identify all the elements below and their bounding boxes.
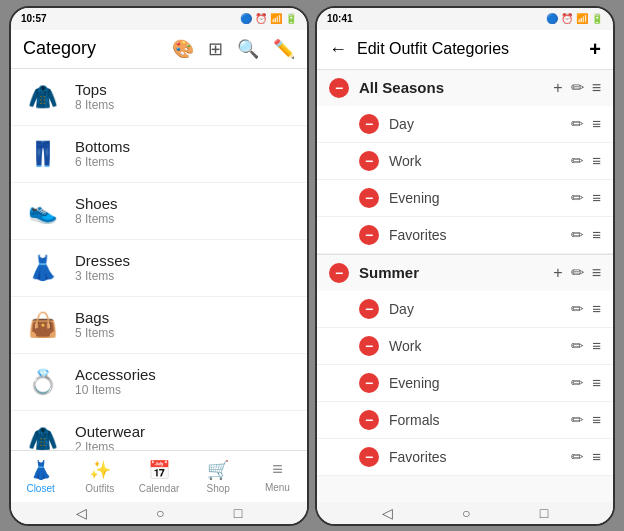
right-app-header: ← Edit Outfit Categories + [317, 30, 613, 70]
home-gesture-icon[interactable]: ○ [156, 505, 164, 521]
summer-formals-edit-icon[interactable]: ✏ [571, 411, 584, 429]
list-item[interactable]: 👗 Dresses 3 Items [11, 240, 307, 297]
work-remove-button[interactable]: − [359, 151, 379, 171]
all-seasons-edit-icon[interactable]: ✏ [571, 78, 584, 97]
left-header-title: Category [23, 38, 96, 59]
list-item[interactable]: 🧥 Tops 8 Items [11, 69, 307, 126]
nav-closet[interactable]: 👗 Closet [11, 451, 70, 502]
home-gesture-icon-r[interactable]: ○ [462, 505, 470, 521]
alarm-icon-r: ⏰ [561, 13, 573, 24]
summer-day-reorder-icon[interactable]: ≡ [592, 300, 601, 317]
add-category-button[interactable]: + [589, 38, 601, 61]
summer-favorites-edit-icon[interactable]: ✏ [571, 448, 584, 466]
left-home-bar: ◁ ○ □ [11, 502, 307, 524]
list-item[interactable]: 🧥 Outerwear 2 Items [11, 411, 307, 450]
item-label: Day [389, 301, 571, 317]
signal-icon-r: 📶 [576, 13, 588, 24]
back-button[interactable]: ← [329, 39, 347, 60]
summer-work-edit-icon[interactable]: ✏ [571, 337, 584, 355]
category-name: Dresses [75, 252, 130, 269]
list-item[interactable]: − Favorites ✏ ≡ [317, 439, 613, 476]
summer-day-actions: ✏ ≡ [571, 300, 601, 318]
summer-day-edit-icon[interactable]: ✏ [571, 300, 584, 318]
favorites-reorder-icon[interactable]: ≡ [592, 226, 601, 243]
edit-icon[interactable]: ✏️ [273, 38, 295, 60]
nav-outfits[interactable]: ✨ Outfits [70, 451, 129, 502]
favorites-actions: ✏ ≡ [571, 226, 601, 244]
favorites-remove-button[interactable]: − [359, 225, 379, 245]
search-icon[interactable]: 🔍 [237, 38, 259, 60]
left-status-bar: 10:57 🔵 ⏰ 📶 🔋 [11, 8, 307, 30]
summer-evening-edit-icon[interactable]: ✏ [571, 374, 584, 392]
summer-remove-button[interactable]: − [329, 263, 349, 283]
list-item[interactable]: 👖 Bottoms 6 Items [11, 126, 307, 183]
grid-icon[interactable]: ⊞ [208, 38, 223, 60]
summer-evening-reorder-icon[interactable]: ≡ [592, 374, 601, 391]
summer-day-remove-button[interactable]: − [359, 299, 379, 319]
nav-calendar-label: Calendar [139, 483, 180, 494]
all-seasons-add-icon[interactable]: + [553, 79, 562, 97]
item-label: Work [389, 153, 571, 169]
summer-formals-reorder-icon[interactable]: ≡ [592, 411, 601, 428]
evening-reorder-icon[interactable]: ≡ [592, 189, 601, 206]
list-item[interactable]: − Work ✏ ≡ [317, 328, 613, 365]
summer-label: Summer [359, 264, 553, 281]
list-item[interactable]: 👟 Shoes 8 Items [11, 183, 307, 240]
all-seasons-remove-button[interactable]: − [329, 78, 349, 98]
summer-actions: + ✏ ≡ [553, 263, 601, 282]
list-item[interactable]: − Work ✏ ≡ [317, 143, 613, 180]
category-count: 8 Items [75, 98, 114, 112]
back-gesture-icon[interactable]: ◁ [76, 505, 87, 521]
all-seasons-label: All Seasons [359, 79, 553, 96]
nav-shop[interactable]: 🛒 Shop [189, 451, 248, 502]
day-reorder-icon[interactable]: ≡ [592, 115, 601, 132]
summer-formals-remove-button[interactable]: − [359, 410, 379, 430]
summer-reorder-icon[interactable]: ≡ [592, 264, 601, 282]
day-remove-button[interactable]: − [359, 114, 379, 134]
all-seasons-reorder-icon[interactable]: ≡ [592, 79, 601, 97]
nav-menu[interactable]: ≡ Menu [248, 451, 307, 502]
category-count: 10 Items [75, 383, 156, 397]
summer-work-remove-button[interactable]: − [359, 336, 379, 356]
nav-calendar[interactable]: 📅 Calendar [129, 451, 188, 502]
summer-favorites-reorder-icon[interactable]: ≡ [592, 448, 601, 465]
list-item[interactable]: − Day ✏ ≡ [317, 106, 613, 143]
summer-formals-actions: ✏ ≡ [571, 411, 601, 429]
item-label: Favorites [389, 449, 571, 465]
summer-add-icon[interactable]: + [553, 264, 562, 282]
recents-gesture-icon[interactable]: □ [234, 505, 242, 521]
work-edit-icon[interactable]: ✏ [571, 152, 584, 170]
bottom-nav: 👗 Closet ✨ Outfits 📅 Calendar 🛒 Shop ≡ M… [11, 450, 307, 502]
list-item[interactable]: − Evening ✏ ≡ [317, 180, 613, 217]
left-app-header: Category 🎨 ⊞ 🔍 ✏️ [11, 30, 307, 69]
recents-gesture-icon-r[interactable]: □ [540, 505, 548, 521]
work-actions: ✏ ≡ [571, 152, 601, 170]
left-time: 10:57 [21, 13, 47, 24]
list-item[interactable]: − Day ✏ ≡ [317, 291, 613, 328]
summer-edit-icon[interactable]: ✏ [571, 263, 584, 282]
evening-remove-button[interactable]: − [359, 188, 379, 208]
category-count: 8 Items [75, 212, 118, 226]
category-name: Bottoms [75, 138, 130, 155]
category-count: 5 Items [75, 326, 114, 340]
summer-favorites-remove-button[interactable]: − [359, 447, 379, 467]
summer-work-reorder-icon[interactable]: ≡ [592, 337, 601, 354]
work-reorder-icon[interactable]: ≡ [592, 152, 601, 169]
favorites-edit-icon[interactable]: ✏ [571, 226, 584, 244]
day-edit-icon[interactable]: ✏ [571, 115, 584, 133]
list-item[interactable]: 👜 Bags 5 Items [11, 297, 307, 354]
right-phone: 10:41 🔵 ⏰ 📶 🔋 ← Edit Outfit Categories +… [315, 6, 615, 526]
list-item[interactable]: − Formals ✏ ≡ [317, 402, 613, 439]
shoes-icon: 👟 [23, 191, 63, 231]
summer-evening-remove-button[interactable]: − [359, 373, 379, 393]
category-count: 6 Items [75, 155, 130, 169]
palette-icon[interactable]: 🎨 [172, 38, 194, 60]
category-name: Tops [75, 81, 114, 98]
evening-edit-icon[interactable]: ✏ [571, 189, 584, 207]
list-item[interactable]: − Favorites ✏ ≡ [317, 217, 613, 254]
item-label: Evening [389, 190, 571, 206]
list-item[interactable]: − Evening ✏ ≡ [317, 365, 613, 402]
list-item[interactable]: 💍 Accessories 10 Items [11, 354, 307, 411]
back-gesture-icon-r[interactable]: ◁ [382, 505, 393, 521]
category-name: Accessories [75, 366, 156, 383]
